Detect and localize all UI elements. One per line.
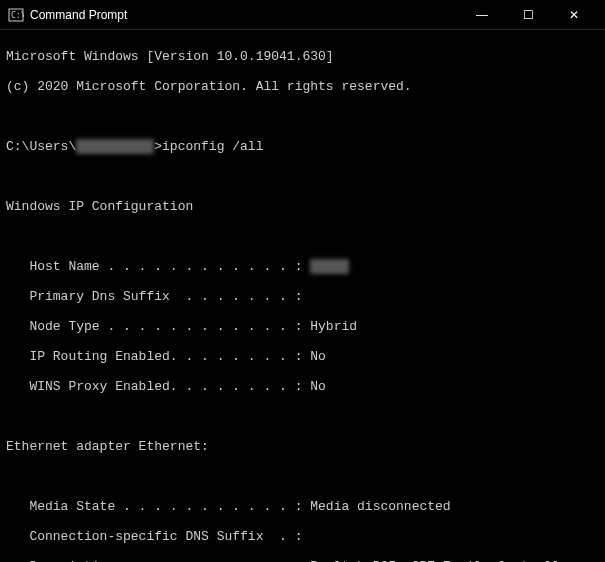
eth-conn-suffix-line: Connection-specific DNS Suffix . : bbox=[6, 529, 599, 544]
cmd-icon: C:\ bbox=[8, 7, 24, 23]
blank-line bbox=[6, 169, 599, 184]
close-button[interactable]: ✕ bbox=[551, 0, 597, 30]
blank-line bbox=[6, 109, 599, 124]
hostname-label: Host Name . . . . . . . . . . . . : bbox=[6, 259, 310, 274]
prompt-line: C:\Users\██████████>ipconfig /all bbox=[6, 139, 599, 154]
blank-line bbox=[6, 409, 599, 424]
prompt-user-redacted: ██████████ bbox=[76, 139, 154, 154]
window-controls: — ☐ ✕ bbox=[459, 0, 597, 30]
minimize-button[interactable]: — bbox=[459, 0, 505, 30]
copyright-line: (c) 2020 Microsoft Corporation. All righ… bbox=[6, 79, 599, 94]
terminal-output[interactable]: Microsoft Windows [Version 10.0.19041.63… bbox=[0, 30, 605, 562]
prompt-suffix: > bbox=[154, 139, 162, 154]
ipconfig-title: Windows IP Configuration bbox=[6, 199, 599, 214]
hostname-line: Host Name . . . . . . . . . . . . : ████… bbox=[6, 259, 599, 274]
window-title: Command Prompt bbox=[30, 8, 127, 22]
blank-line bbox=[6, 229, 599, 244]
prompt-prefix: C:\Users\ bbox=[6, 139, 76, 154]
maximize-button[interactable]: ☐ bbox=[505, 0, 551, 30]
window-titlebar: C:\ Command Prompt — ☐ ✕ bbox=[0, 0, 605, 30]
ethernet-adapter-title: Ethernet adapter Ethernet: bbox=[6, 439, 599, 454]
eth-media-line: Media State . . . . . . . . . . . : Medi… bbox=[6, 499, 599, 514]
blank-line bbox=[6, 469, 599, 484]
ip-routing-line: IP Routing Enabled. . . . . . . . : No bbox=[6, 349, 599, 364]
node-type-line: Node Type . . . . . . . . . . . . : Hybr… bbox=[6, 319, 599, 334]
version-line: Microsoft Windows [Version 10.0.19041.63… bbox=[6, 49, 599, 64]
primary-dns-line: Primary Dns Suffix . . . . . . . : bbox=[6, 289, 599, 304]
hostname-value-redacted: █████ bbox=[310, 259, 349, 274]
svg-text:C:\: C:\ bbox=[11, 11, 24, 20]
wins-proxy-line: WINS Proxy Enabled. . . . . . . . : No bbox=[6, 379, 599, 394]
prompt-command: ipconfig /all bbox=[162, 139, 263, 154]
